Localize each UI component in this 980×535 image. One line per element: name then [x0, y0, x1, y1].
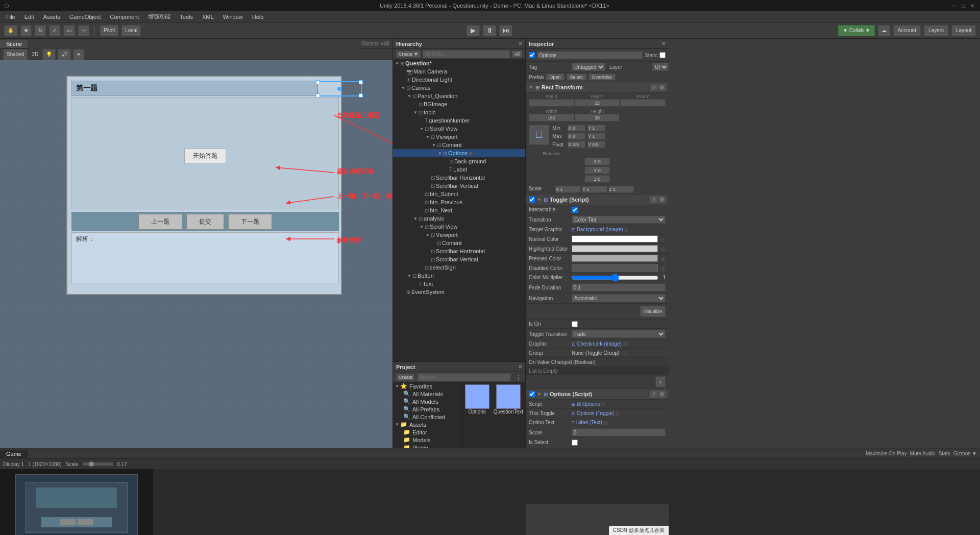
tree-item-btn-previous[interactable]: ⊡ btn_Previous: [393, 198, 525, 206]
tree-item-scrollbar-h2[interactable]: ⊡ Scrollbar Horizontal: [393, 247, 525, 255]
tree-item-scroll-view2[interactable]: ▼ ⊡ Scroll View: [393, 223, 525, 231]
pos-z-input[interactable]: [620, 99, 666, 107]
tree-item-label[interactable]: T Label: [393, 165, 525, 174]
pivot-button[interactable]: Pivot: [100, 25, 118, 36]
min-y-input[interactable]: [587, 125, 605, 132]
add-event-button[interactable]: +: [655, 376, 666, 387]
tag-select[interactable]: Untagged: [572, 63, 605, 71]
next-button[interactable]: 下一题: [228, 214, 272, 230]
mute-audio[interactable]: Mute Audio: [910, 451, 936, 456]
menu-component[interactable]: Component: [106, 13, 143, 21]
toggle-settings-btn[interactable]: ⚙: [658, 196, 666, 203]
tree-item-scrollbar-h[interactable]: ⊡ Scrollbar Horizontal: [393, 174, 525, 182]
max-y-input[interactable]: [587, 133, 605, 140]
group-picker[interactable]: ◎: [623, 350, 628, 356]
tree-item-scrollbar-v[interactable]: ⊡ Scrollbar Vertical: [393, 182, 525, 190]
is-select-checkbox[interactable]: [572, 440, 578, 446]
tree-item-text[interactable]: T Text: [393, 280, 525, 288]
options-info-btn[interactable]: ?: [650, 391, 657, 398]
transform-tool[interactable]: ⊹: [78, 25, 89, 36]
toggle-info-btn[interactable]: ?: [650, 196, 657, 203]
options-settings-btn[interactable]: ⚙: [658, 391, 666, 398]
stats-button[interactable]: Stats: [939, 451, 950, 456]
highlighted-color-picker[interactable]: ◎: [661, 246, 666, 252]
normal-color-picker[interactable]: ◎: [661, 236, 666, 242]
prefab-select[interactable]: Select: [567, 74, 586, 81]
expand-question[interactable]: ▼: [395, 61, 400, 66]
tree-item-content[interactable]: ▼ ⊡ Content: [393, 141, 525, 149]
maximize-on-play[interactable]: Maximize On Play: [866, 451, 907, 456]
tree-item-viewport[interactable]: ▼ ⊡ Viewport: [393, 133, 525, 141]
move-tool[interactable]: ✥: [20, 25, 32, 36]
shaded-button[interactable]: Shaded: [3, 49, 28, 60]
script-picker[interactable]: ◎: [601, 401, 605, 407]
scene-fx-button[interactable]: ✦: [73, 49, 84, 60]
scene-2d-button[interactable]: 2D: [30, 52, 40, 57]
toggle-transition-select[interactable]: Fade: [572, 330, 666, 338]
window-controls[interactable]: ─ □ ✕: [950, 0, 976, 11]
hierarchy-search[interactable]: [423, 50, 510, 58]
rect-transform-header[interactable]: ▼ ⊞ Rect Transform ? ⚙: [526, 82, 669, 93]
pause-button[interactable]: ⏸: [483, 25, 496, 36]
hierarchy-create[interactable]: Create ▼: [396, 51, 421, 58]
is-on-checkbox[interactable]: [572, 321, 578, 327]
pressed-color-picker[interactable]: ◎: [661, 256, 666, 261]
pivot-y-input[interactable]: [587, 141, 605, 148]
anchor-visual[interactable]: [529, 125, 549, 145]
hand-tool[interactable]: ✋: [4, 25, 17, 36]
minimize-button[interactable]: ─: [950, 2, 958, 9]
visualize-button[interactable]: Visualize: [640, 306, 666, 317]
tree-item-event-system[interactable]: ⊞ EventSystem: [393, 288, 525, 296]
rect-settings-btn[interactable]: ⚙: [658, 84, 666, 91]
submit-button[interactable]: 提交: [186, 214, 224, 230]
project-all-conflicted[interactable]: 🔍 All Conflicted: [393, 413, 462, 421]
project-all-models[interactable]: 🔍 All Models: [393, 398, 462, 405]
gizmos-button[interactable]: Gizmos: [361, 41, 379, 46]
target-graphic-picker[interactable]: ◎: [624, 227, 629, 232]
tree-item-panel-question[interactable]: ▼ ⊡ Panel_Question: [393, 92, 525, 100]
menu-gameobject[interactable]: GameObject: [65, 13, 105, 21]
menu-assets[interactable]: Assets: [39, 13, 64, 21]
static-checkbox[interactable]: [659, 52, 666, 58]
layer-select[interactable]: UI: [652, 63, 669, 71]
toggle-script-enabled[interactable]: [529, 197, 535, 203]
menu-window[interactable]: Window: [219, 13, 247, 21]
rot-x-input[interactable]: [584, 158, 610, 165]
options-script-enabled[interactable]: [529, 391, 535, 397]
tree-item-analysis[interactable]: ▼ ⊡ analysis: [393, 214, 525, 223]
interactable-checkbox[interactable]: [572, 207, 578, 213]
tree-item-scroll-view[interactable]: ▼ ⊡ Scroll View: [393, 125, 525, 133]
layers-button[interactable]: Layers: [924, 25, 948, 36]
rot-z-input[interactable]: [584, 175, 610, 183]
object-name-field[interactable]: [537, 51, 643, 59]
tree-item-main-camera[interactable]: 📷 Main Camera: [393, 67, 525, 76]
hierarchy-all[interactable]: All: [512, 51, 522, 58]
step-button[interactable]: ⏭: [499, 25, 512, 36]
tree-item-dir-light[interactable]: ☀ Directional Light: [393, 76, 525, 84]
start-button[interactable]: 开始答题: [184, 149, 226, 163]
fade-duration-input[interactable]: [572, 283, 666, 291]
project-close[interactable]: ✕: [518, 364, 522, 370]
tree-item-scrollbar-v2[interactable]: ⊡ Scrollbar Vertical: [393, 255, 525, 263]
tree-item-btn-next[interactable]: ⊡ btn_Next: [393, 206, 525, 214]
project-item-options[interactable]: Options: [465, 384, 489, 415]
highlighted-color-swatch[interactable]: [572, 245, 658, 252]
min-x-input[interactable]: [568, 125, 585, 132]
maximize-button[interactable]: □: [960, 2, 967, 9]
project-assets[interactable]: ▼ 📁 Assets: [393, 421, 462, 428]
account-button[interactable]: Account: [893, 25, 921, 36]
scale-x-input[interactable]: [555, 186, 581, 193]
tree-item-bgimage[interactable]: ⊡ BGImage: [393, 100, 525, 108]
tree-item-viewport2[interactable]: ▼ ⊡ Viewport: [393, 231, 525, 239]
project-all-materials[interactable]: 🔍 All Materials: [393, 390, 462, 398]
menu-tools[interactable]: Tools: [176, 13, 197, 21]
tab-game[interactable]: Game: [0, 450, 28, 458]
project-favorites[interactable]: ▼ ⭐ Favorites: [393, 382, 462, 390]
inspector-close[interactable]: ✕: [662, 41, 666, 46]
tab-scene[interactable]: Scene: [0, 40, 29, 48]
height-input[interactable]: [575, 114, 620, 121]
options-script-header[interactable]: ▼ ⊞ Options (Script) ? ⚙: [526, 389, 669, 400]
menu-xml[interactable]: XML: [198, 13, 218, 21]
tree-item-select-sign[interactable]: ⊡ selectSign: [393, 263, 525, 272]
pivot-x-input[interactable]: [568, 141, 585, 148]
